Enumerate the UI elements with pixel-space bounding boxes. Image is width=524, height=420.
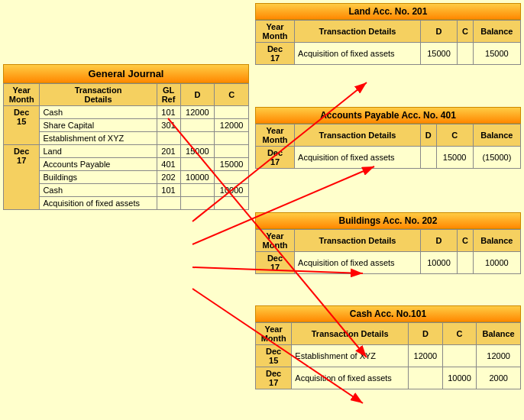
gl-estxyz <box>157 132 180 145</box>
table-row: Buildings 202 10000 <box>4 171 249 184</box>
gj-header-year: YearMonth <box>4 84 40 106</box>
year-month-dec15: Dec15 <box>4 106 40 145</box>
land-acc-table: YearMonth Transaction Details D C Balanc… <box>255 20 521 65</box>
table-row: Dec15 Cash 101 12000 <box>4 106 249 119</box>
ap-hdr-ym: YearMonth <box>256 124 295 147</box>
table-row: Cash 101 10000 <box>4 184 249 197</box>
ap-desc: Acquisition of fixed assets <box>295 147 421 169</box>
bld-hdr-td: Transaction Details <box>295 230 421 252</box>
c-ap: 15000 <box>215 158 249 171</box>
table-row: Dec17 Acquisition of fixed assets 10000 … <box>256 252 521 274</box>
gj-header-c: C <box>215 84 249 106</box>
td-cash2: Cash <box>40 184 157 197</box>
land-hdr-td: Transaction Details <box>295 21 421 43</box>
land-d: 15000 <box>420 43 457 65</box>
d-buildings: 10000 <box>180 171 215 184</box>
c-sharecap: 12000 <box>215 119 249 132</box>
bld-hdr-ym: YearMonth <box>256 230 295 252</box>
cash-acc-title: Cash Acc. No.101 <box>255 305 521 322</box>
ap-acc: Accounts Payable Acc. No. 401 YearMonth … <box>255 107 521 169</box>
cash-hdr-td: Transaction Details <box>292 323 409 345</box>
cash-ym1: Dec15 <box>256 345 292 367</box>
cash-hdr-d: D <box>409 323 443 345</box>
gl-buildings: 202 <box>157 171 180 184</box>
ap-hdr-td: Transaction Details <box>295 124 421 147</box>
land-hdr-bal: Balance <box>473 21 520 43</box>
bld-desc: Acquisition of fixed assets <box>295 252 421 274</box>
cash-desc1: Establishment of XYZ <box>292 345 409 367</box>
gl-acqfixed <box>157 197 180 210</box>
land-acc-title: Land Acc. No. 201 <box>255 3 521 20</box>
gj-header-gl: GLRef <box>157 84 180 106</box>
table-row: Dec17 Land 201 15000 <box>4 145 249 158</box>
year-month-dec17: Dec17 <box>4 145 40 210</box>
c-cash-blank <box>215 106 249 119</box>
td-estxyz: Establishment of XYZ <box>40 132 157 145</box>
cash-desc2: Acquisition of fixed assets <box>292 367 409 389</box>
td-acqfixed: Acquisition of fixed assets <box>40 197 157 210</box>
c-acqfixed <box>215 197 249 210</box>
c-buildings-blank <box>215 171 249 184</box>
gl-cash: 101 <box>157 106 180 119</box>
d-sharecap-blank <box>180 119 215 132</box>
land-desc: Acquisition of fixed assets <box>295 43 421 65</box>
cash-hdr-bal: Balance <box>477 323 521 345</box>
bld-d: 10000 <box>420 252 457 274</box>
gj-title: General Journal <box>3 64 249 83</box>
table-row: Acquisition of fixed assets <box>4 197 249 210</box>
land-hdr-d: D <box>420 21 457 43</box>
gj-table: YearMonth TransactionDetails GLRef D C D… <box>3 83 249 210</box>
cash-bal1: 12000 <box>477 345 521 367</box>
ap-d <box>420 147 436 169</box>
ap-c: 15000 <box>436 147 473 169</box>
c-cash2: 10000 <box>215 184 249 197</box>
bld-hdr-d: D <box>420 230 457 252</box>
table-row: Share Capital 301 12000 <box>4 119 249 132</box>
cash-hdr-ym: YearMonth <box>256 323 292 345</box>
gj-header-d: D <box>180 84 215 106</box>
buildings-acc-title: Buildings Acc. No. 202 <box>255 212 521 229</box>
bld-c <box>458 252 474 274</box>
gj-header-td: TransactionDetails <box>40 84 157 106</box>
cash-hdr-c: C <box>442 323 477 345</box>
bld-ym: Dec17 <box>256 252 295 274</box>
table-row: Dec17 Acquisition of fixed assets 10000 … <box>256 367 521 389</box>
d-cash: 12000 <box>180 106 215 119</box>
bld-hdr-bal: Balance <box>473 230 520 252</box>
bld-bal: 10000 <box>473 252 520 274</box>
ap-acc-table: YearMonth Transaction Details D C Balanc… <box>255 124 521 169</box>
cash-d2 <box>409 367 443 389</box>
d-ap-blank <box>180 158 215 171</box>
d-acqfixed <box>180 197 215 210</box>
land-ym: Dec17 <box>256 43 295 65</box>
ap-acc-title: Accounts Payable Acc. No. 401 <box>255 107 521 124</box>
land-c <box>458 43 474 65</box>
ap-hdr-c: C <box>436 124 473 147</box>
cash-d1: 12000 <box>409 345 443 367</box>
cash-bal2: 2000 <box>477 367 521 389</box>
cash-acc-table: YearMonth Transaction Details D C Balanc… <box>255 322 521 389</box>
td-land: Land <box>40 145 157 158</box>
ap-hdr-d: D <box>420 124 436 147</box>
table-row: Dec17 Acquisition of fixed assets 15000 … <box>256 147 521 169</box>
td-buildings: Buildings <box>40 171 157 184</box>
d-estxyz <box>180 132 215 145</box>
gl-cash2: 101 <box>157 184 180 197</box>
land-acc: Land Acc. No. 201 YearMonth Transaction … <box>255 3 521 65</box>
land-bal: 15000 <box>473 43 520 65</box>
td-sharecap: Share Capital <box>40 119 157 132</box>
d-cash2-blank <box>180 184 215 197</box>
td-cash: Cash <box>40 106 157 119</box>
table-row: Dec15 Establishment of XYZ 12000 12000 <box>256 345 521 367</box>
c-estxyz <box>215 132 249 145</box>
cash-ym2: Dec17 <box>256 367 292 389</box>
td-ap: Accounts Payable <box>40 158 157 171</box>
bld-hdr-c: C <box>458 230 474 252</box>
buildings-acc: Buildings Acc. No. 202 YearMonth Transac… <box>255 212 521 274</box>
d-land: 15000 <box>180 145 215 158</box>
ap-bal: (15000) <box>473 147 520 169</box>
land-hdr-ym: YearMonth <box>256 21 295 43</box>
gl-sharecap: 301 <box>157 119 180 132</box>
cash-c1 <box>442 345 477 367</box>
general-journal: General Journal YearMonth TransactionDet… <box>3 64 249 210</box>
